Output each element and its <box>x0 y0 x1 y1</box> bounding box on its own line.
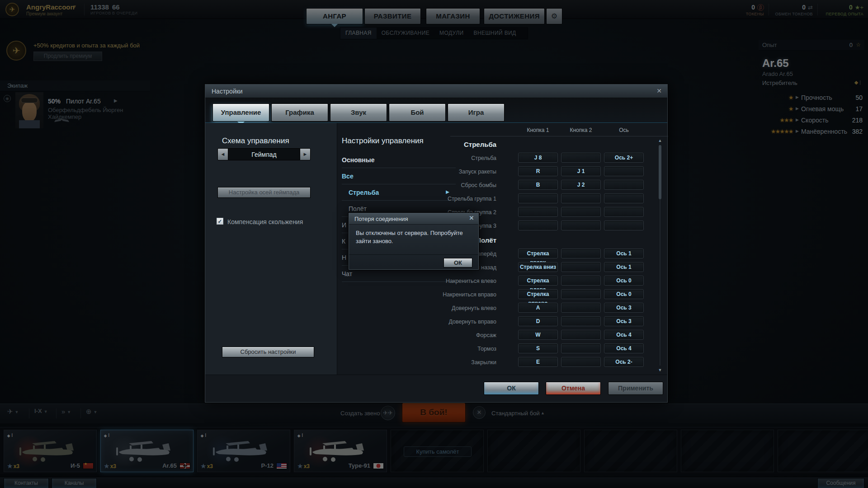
binding-axis[interactable]: Ось 4 <box>604 343 644 353</box>
binding-axis[interactable] <box>604 193 644 203</box>
binding-row: Запуск ракетыRJ 1 <box>455 165 654 178</box>
binding-button-1[interactable]: S <box>518 343 558 353</box>
binding-axis[interactable] <box>604 166 644 176</box>
binding-button-1[interactable]: Стрелка вниз <box>518 262 558 272</box>
binding-button-2[interactable] <box>561 276 601 286</box>
settings-tab-2[interactable]: Графика <box>271 103 328 122</box>
binding-button-2[interactable]: J 1 <box>561 166 601 176</box>
binding-row: Накрениться влевоСтрелка влевоОсь 0 <box>455 274 654 288</box>
binding-axis[interactable] <box>604 180 644 190</box>
binding-button-2[interactable] <box>561 207 601 217</box>
modal-message: Вы отключены от сервера. Попробуйте зайт… <box>356 229 470 245</box>
menu-item-label: Все <box>342 173 354 180</box>
binding-button-1[interactable] <box>518 207 558 217</box>
binding-button-2[interactable] <box>561 153 601 163</box>
binding-axis[interactable]: Ось 0 <box>604 276 644 286</box>
binding-button-2[interactable] <box>561 221 601 230</box>
binding-label: Стрельба <box>471 155 496 161</box>
settings-tab-5[interactable]: Игра <box>448 103 505 122</box>
binding-button-2[interactable]: J 2 <box>561 180 601 190</box>
scroll-down-icon[interactable]: ▼ <box>657 367 663 373</box>
binding-button-2[interactable] <box>561 193 601 203</box>
binding-axis[interactable]: Ось 1 <box>604 249 644 258</box>
binding-axis[interactable]: Ось 3 <box>604 303 644 313</box>
binding-row: Стрельба группа 3 <box>455 219 654 233</box>
settings-tab-1[interactable]: Управление <box>212 103 269 122</box>
menu-item-label: Основные <box>342 156 375 164</box>
binding-button-1[interactable]: J 8 <box>518 153 558 163</box>
slip-compensation-label: Компенсация скольжения <box>227 218 303 225</box>
dialog-tab-strip: УправлениеГрафикаЗвукБойИгра <box>205 98 667 123</box>
binding-axis[interactable] <box>604 221 644 230</box>
binding-label: Накрениться вправо <box>443 291 496 298</box>
dialog-title-bar: Настройки <box>205 84 667 98</box>
binding-button-2[interactable] <box>561 357 601 367</box>
spinner-next-button[interactable]: ► <box>300 148 311 160</box>
binding-row: ЗакрылкиEОсь 2- <box>455 356 654 369</box>
menu-item-2[interactable]: Все <box>342 168 456 184</box>
binding-axis[interactable]: Ось 4 <box>604 330 644 340</box>
binding-row: Довернуть вправоDОсь 3 <box>455 315 654 328</box>
binding-axis[interactable]: Ось 2+ <box>604 153 644 163</box>
binding-button-2[interactable] <box>561 249 601 258</box>
scrollbar-thumb[interactable] <box>659 145 661 199</box>
binding-axis[interactable] <box>604 207 644 217</box>
binding-label: Сброс бомбы <box>461 182 496 188</box>
binding-axis[interactable]: Ось 3 <box>604 316 644 326</box>
binding-button-2[interactable] <box>561 330 601 340</box>
binding-button-1[interactable]: R <box>518 166 558 176</box>
cancel-button[interactable]: Отмена <box>546 382 601 395</box>
scrollbar[interactable]: ▲ ▼ <box>657 138 663 373</box>
binding-button-1[interactable]: W <box>518 330 558 340</box>
binding-row: СтрельбаJ 8Ось 2+ <box>455 151 654 165</box>
binding-row: Стрельба группа 1 <box>455 192 654 206</box>
settings-tab-3[interactable]: Звук <box>330 103 387 122</box>
binding-button-1[interactable]: D <box>518 316 558 326</box>
binding-button-2[interactable] <box>561 289 601 299</box>
binding-button-2[interactable] <box>561 303 601 313</box>
binding-label: Тормоз <box>477 346 496 352</box>
binding-button-1[interactable]: Стрелка влево <box>518 276 558 286</box>
binding-button-1[interactable] <box>518 221 558 230</box>
menu-item-1[interactable]: Основные <box>342 152 456 168</box>
binding-axis[interactable]: Ось 2- <box>604 357 644 367</box>
binding-label: Довернуть влево <box>452 305 496 311</box>
binding-axis[interactable]: Ось 0 <box>604 289 644 299</box>
binding-button-1[interactable]: B <box>518 180 558 190</box>
binding-button-2[interactable] <box>561 343 601 353</box>
binding-row: Сброс бомбыBJ 2 <box>455 178 654 192</box>
scroll-up-icon[interactable]: ▲ <box>657 138 663 143</box>
menu-item-3[interactable]: Стрельба▶ <box>342 184 456 201</box>
settings-tab-4[interactable]: Бой <box>389 103 446 122</box>
menu-item-label: Чат <box>342 270 352 277</box>
close-icon[interactable]: ✕ <box>468 215 475 222</box>
connection-lost-modal: Потеря соединения ✕ Вы отключены от серв… <box>348 212 479 270</box>
ok-button[interactable]: ОК <box>484 382 539 395</box>
modal-ok-button[interactable]: ОК <box>443 258 472 267</box>
checkbox-checked-icon[interactable]: ✓ <box>217 218 223 225</box>
menu-item-label: И <box>342 221 346 229</box>
binding-button-1[interactable] <box>518 193 558 203</box>
binding-row: ФорсажWОсь 4 <box>455 328 654 342</box>
binding-label: Закрылки <box>471 359 496 366</box>
menu-item-label: Н <box>342 254 346 261</box>
binding-button-1[interactable]: Стрелка вверх <box>518 249 558 258</box>
binding-button-1[interactable]: A <box>518 303 558 313</box>
reset-settings-button[interactable]: Сбросить настройки <box>222 347 314 357</box>
binding-button-1[interactable]: Стрелка вправо <box>518 289 558 299</box>
binding-row: ТормозSОсь 4 <box>455 342 654 356</box>
close-icon[interactable]: ✕ <box>655 87 663 95</box>
binding-button-2[interactable] <box>561 316 601 326</box>
dialog-footer: ОК Отмена Применить <box>205 375 667 402</box>
menu-item-label: К <box>342 238 345 245</box>
binding-button-1[interactable]: E <box>518 357 558 367</box>
binding-label: Довернуть вправо <box>448 319 496 325</box>
binding-button-2[interactable] <box>561 262 601 272</box>
binding-row: Стрельба группа 2 <box>455 206 654 219</box>
menu-item-label: Стрельба <box>349 189 379 196</box>
spinner-prev-button[interactable]: ◄ <box>217 148 228 160</box>
binding-axis[interactable]: Ось 1 <box>604 262 644 272</box>
gamepad-axes-button[interactable]: Настройка осей геймпада <box>217 187 311 198</box>
column-header-button2: Кнопка 2 <box>561 127 601 133</box>
apply-button[interactable]: Применить <box>608 382 663 395</box>
